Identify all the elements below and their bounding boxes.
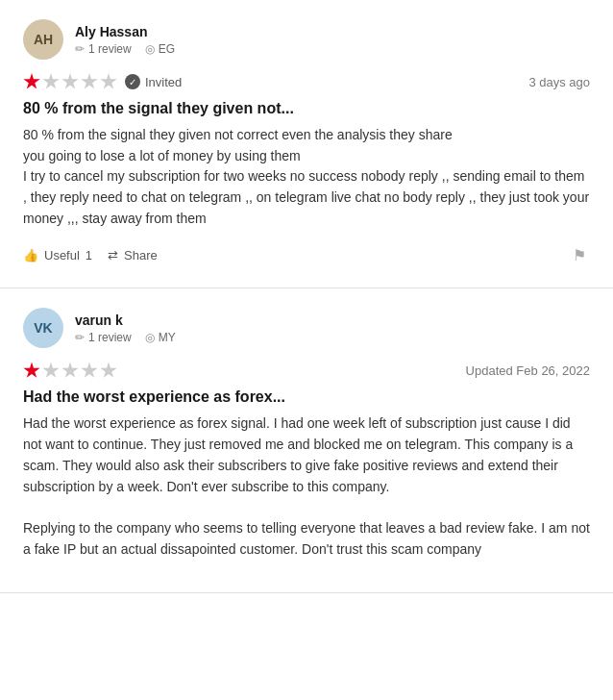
reviewer-meta-2: ✏ 1 review ◎ MY (75, 331, 176, 344)
review-body-2: Had the worst experience as forex signal… (23, 413, 590, 560)
star-1-filled-r2 (23, 362, 40, 379)
star-3-empty (61, 73, 79, 90)
pencil-icon-2: ✏ (75, 331, 85, 344)
reviewer-name-2: varun k (75, 312, 176, 328)
share-icon-1: ⇄ (108, 248, 118, 262)
country-item-2: ◎ MY (145, 331, 176, 344)
share-button-1[interactable]: ⇄ Share (108, 244, 158, 266)
star-1-filled (23, 73, 40, 90)
reviews-container: AH Aly Hassan ✏ 1 review ◎ EG (0, 0, 613, 593)
star-5-empty (100, 73, 117, 90)
actions-left-1: 👍 Useful 1 ⇄ Share (23, 244, 158, 266)
review-title-2: Had the worst experience as forex... (23, 388, 590, 406)
rating-row-2: Updated Feb 26, 2022 (23, 362, 590, 379)
useful-label-1: Useful (44, 248, 80, 262)
reviewer-header-1: AH Aly Hassan ✏ 1 review ◎ EG (23, 19, 590, 60)
review-date-1: 3 days ago (528, 75, 590, 89)
flag-icon-1: ⚑ (573, 247, 586, 263)
stars-1 (23, 73, 117, 90)
star-2-empty (42, 73, 60, 90)
useful-count-1: 1 (86, 248, 92, 262)
review-actions-1: 👍 Useful 1 ⇄ Share ⚑ (23, 242, 590, 268)
review-count-item-1: ✏ 1 review (75, 42, 132, 56)
review-count-item-2: ✏ 1 review (75, 331, 132, 344)
useful-button-1[interactable]: 👍 Useful 1 (23, 244, 92, 266)
review-card-1: AH Aly Hassan ✏ 1 review ◎ EG (0, 0, 613, 288)
reviewer-header-2: VK varun k ✏ 1 review ◎ MY (23, 308, 590, 348)
reviewer-meta-1: ✏ 1 review ◎ EG (75, 42, 175, 56)
star-5-empty-r2 (100, 362, 117, 379)
flag-button-1[interactable]: ⚑ (569, 242, 590, 268)
location-icon-1: ◎ (145, 42, 155, 56)
share-label-1: Share (124, 248, 158, 262)
review-date-2: Updated Feb 26, 2022 (466, 363, 590, 378)
check-icon-1: ✓ (125, 74, 140, 89)
location-icon-2: ◎ (145, 331, 155, 344)
review-title-1: 80 % from the signal they given not... (23, 100, 590, 117)
rating-left-1: ✓ Invited (23, 73, 182, 90)
avatar-1: AH (23, 19, 63, 60)
stars-2 (23, 362, 117, 379)
pencil-icon-1: ✏ (75, 42, 85, 56)
rating-left-2 (23, 362, 117, 379)
reviewer-info-2: varun k ✏ 1 review ◎ MY (75, 312, 176, 344)
reviewer-name-1: Aly Hassan (75, 24, 175, 39)
country-item-1: ◎ EG (145, 42, 175, 56)
avatar-2: VK (23, 308, 63, 348)
star-3-empty-r2 (61, 362, 79, 379)
invited-badge-1: ✓ Invited (125, 74, 182, 89)
star-4-empty (81, 73, 98, 90)
review-card-2: VK varun k ✏ 1 review ◎ MY (0, 288, 613, 593)
star-2-empty-r2 (42, 362, 60, 379)
reviewer-info-1: Aly Hassan ✏ 1 review ◎ EG (75, 24, 175, 56)
rating-row-1: ✓ Invited 3 days ago (23, 73, 590, 90)
review-body-1: 80 % from the signal they given not corr… (23, 125, 590, 229)
thumbs-up-icon-1: 👍 (23, 248, 38, 262)
star-4-empty-r2 (81, 362, 98, 379)
